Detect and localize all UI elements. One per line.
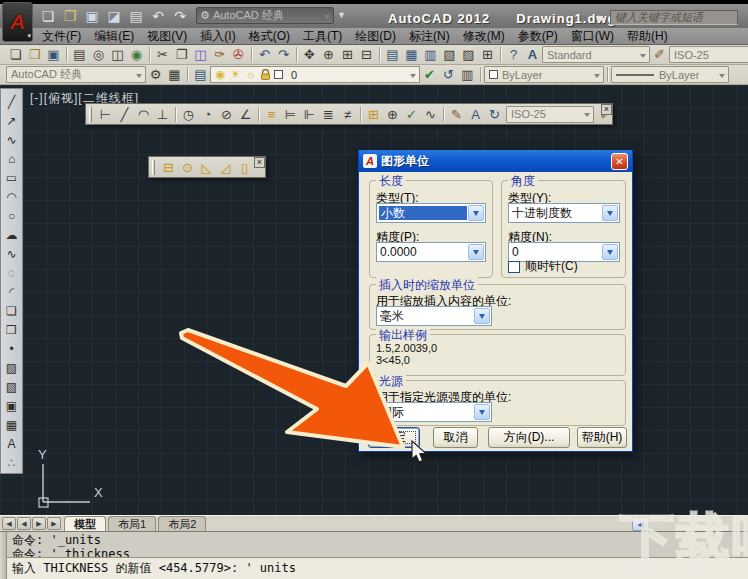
pan-icon[interactable]: ✥ <box>300 46 319 64</box>
dropdown-arrow-icon[interactable] <box>136 74 142 81</box>
insert-block-icon[interactable]: ❏ <box>2 301 21 320</box>
clockwise-checkbox[interactable] <box>508 261 520 273</box>
publish-icon[interactable]: ◫ <box>108 46 127 64</box>
polyline-icon[interactable]: ∿ <box>2 130 21 149</box>
dropdown-arrow-icon[interactable] <box>468 205 484 221</box>
dropdown-arrow-icon[interactable] <box>468 244 484 260</box>
markup-set-manager-icon[interactable]: ▨ <box>459 46 478 64</box>
dropdown-arrow-icon[interactable] <box>719 74 725 81</box>
menu-edit[interactable]: 编辑(E) <box>94 28 134 45</box>
ordinate-dimension-icon[interactable]: ⊥ <box>153 105 172 123</box>
baseline-dimension-icon[interactable]: ⊨ <box>281 105 300 123</box>
layer-combo[interactable]: ◉☀☼ 0 <box>210 66 420 83</box>
open-folder-icon[interactable]: ❒ <box>60 6 80 26</box>
undo-icon[interactable]: ↶ <box>148 6 168 26</box>
help-icon[interactable]: ? <box>504 46 523 64</box>
open-folder-icon[interactable]: ❒ <box>25 46 44 64</box>
tool-palettes-icon[interactable]: ▥ <box>421 46 440 64</box>
menu-window[interactable]: 窗口(W) <box>571 28 614 45</box>
direction-button[interactable]: 方向(D)... <box>488 427 570 448</box>
layer-properties-manager-icon[interactable]: ▤ <box>191 66 210 84</box>
tab-layout2[interactable]: 布局2 <box>158 516 206 531</box>
color-combo[interactable]: ByLayer <box>484 66 604 83</box>
dropdown-arrow-icon[interactable] <box>640 54 646 61</box>
menu-parametric[interactable]: 参数(P) <box>518 28 558 45</box>
dim-constraint-radius-icon[interactable]: ⊙ <box>178 158 197 176</box>
layer-on-bulb-icon[interactable]: ◉ <box>213 67 228 82</box>
dimension-update-icon[interactable]: ↻ <box>485 105 504 123</box>
dimension-text-edit-icon[interactable]: A <box>466 105 485 123</box>
zoom-previous-icon[interactable]: ⊟ <box>357 46 376 64</box>
tab-first-icon[interactable]: ◀ <box>2 517 16 530</box>
tolerance-icon[interactable]: ⊞ <box>364 105 383 123</box>
quick-dimension-icon[interactable]: ≡ <box>262 105 281 123</box>
text-style-combo[interactable]: Standard <box>542 46 650 63</box>
rectangle-icon[interactable]: ▭ <box>2 168 21 187</box>
dim-constraint-cylinder-icon[interactable]: ▯ <box>235 158 254 176</box>
command-input[interactable]: 输入 THICKNESS 的新值 <454.5779>: ' units <box>7 557 748 579</box>
aligned-dimension-icon[interactable]: ╱ <box>115 105 134 123</box>
properties-icon[interactable]: ▤ <box>383 46 402 64</box>
continue-dimension-icon[interactable]: ⊩ <box>300 105 319 123</box>
length-precision-combo[interactable]: 0.0000 <box>376 242 486 262</box>
circle-icon[interactable]: ○ <box>2 206 21 225</box>
block-editor-icon[interactable]: ✇ <box>229 46 248 64</box>
new-file-icon[interactable]: ❏ <box>38 6 58 26</box>
clockwise-checkbox-row[interactable]: 顺时针(C) <box>508 258 578 275</box>
help-button[interactable]: 帮助(H) <box>577 427 627 448</box>
point-icon[interactable]: • <box>2 339 21 358</box>
polygon-icon[interactable]: ⌂ <box>2 149 21 168</box>
workspace-switcher-combo[interactable]: ⚙ AutoCAD 经典 <box>196 7 334 24</box>
save-icon[interactable]: ▣ <box>44 46 63 64</box>
multiline-text-icon[interactable]: A <box>2 434 21 453</box>
save-icon[interactable]: ▣ <box>82 6 102 26</box>
quick-calc-icon[interactable]: ⊞ <box>478 46 497 64</box>
menu-help[interactable]: 帮助(H) <box>627 28 668 45</box>
table-icon[interactable]: ▦ <box>2 415 21 434</box>
ellipse-icon[interactable]: ◌ <box>2 263 21 282</box>
dim-style-combo-floating[interactable]: ISO-25 <box>506 106 594 123</box>
tab-next-icon[interactable]: ▶ <box>32 517 46 530</box>
angle-type-combo[interactable]: 十进制度数 <box>508 203 620 223</box>
workspace-dropdown-button[interactable]: ▼ <box>337 10 346 20</box>
dimension-inspect-icon[interactable]: ✓ <box>402 105 421 123</box>
command-history[interactable]: 命令: '_units命令: '_thickness <box>7 532 748 557</box>
radius-dimension-icon[interactable]: ◷ <box>179 105 198 123</box>
scroll-left-button[interactable]: ◀ <box>632 517 649 531</box>
cut-icon[interactable]: ✂ <box>153 46 172 64</box>
paste-icon[interactable]: ◫ <box>191 46 210 64</box>
command-window-grip[interactable] <box>0 532 7 579</box>
make-objects-layer-current-icon[interactable]: ✔ <box>420 66 439 84</box>
dim-constraint-arc-icon[interactable]: ◿ <box>216 158 235 176</box>
arc-icon[interactable]: ◠ <box>2 187 21 206</box>
region-icon[interactable]: ▣ <box>2 396 21 415</box>
dimension-jog-line-icon[interactable]: ∿ <box>421 105 440 123</box>
dropdown-arrow-icon[interactable] <box>594 74 600 81</box>
dropdown-arrow-icon[interactable] <box>602 244 618 260</box>
redo-icon[interactable]: ↷ <box>170 6 190 26</box>
zoom-window-icon[interactable]: ⊞ <box>338 46 357 64</box>
dropdown-arrow-icon[interactable] <box>474 308 490 324</box>
copy-icon[interactable]: ❐ <box>172 46 191 64</box>
search-input[interactable]: 键入关键字或短语 <box>610 10 738 25</box>
new-file-icon[interactable]: ❏ <box>6 46 25 64</box>
zoom-realtime-icon[interactable]: ⊕ <box>319 46 338 64</box>
dropdown-arrow-icon[interactable] <box>474 404 490 420</box>
menu-tools[interactable]: 工具(T) <box>303 28 342 45</box>
layer-states-manager-icon[interactable]: ▥ <box>458 66 477 84</box>
angular-dimension-icon[interactable]: ∠ <box>236 105 255 123</box>
workspace-settings-gear-icon[interactable]: ⚙ <box>146 66 165 84</box>
ellipse-arc-icon[interactable]: ◜ <box>2 282 21 301</box>
etransmit-icon[interactable]: ◉ <box>127 46 146 64</box>
arc-length-dimension-icon[interactable]: ◠ <box>134 105 153 123</box>
dropdown-arrow-icon[interactable] <box>324 15 330 22</box>
layer-lock-icon[interactable] <box>258 67 273 82</box>
dim-style-combo[interactable]: ISO-25 <box>669 46 748 63</box>
line-icon[interactable]: ╱ <box>2 92 21 111</box>
lighting-combo[interactable]: 国际 <box>376 402 492 422</box>
save-as-icon[interactable]: ◪ <box>104 6 124 26</box>
toolbar-grip[interactable] <box>89 107 92 122</box>
menu-insert[interactable]: 插入(I) <box>200 28 235 45</box>
revision-cloud-icon[interactable]: ☁ <box>2 225 21 244</box>
gradient-icon[interactable]: ▧ <box>2 377 21 396</box>
